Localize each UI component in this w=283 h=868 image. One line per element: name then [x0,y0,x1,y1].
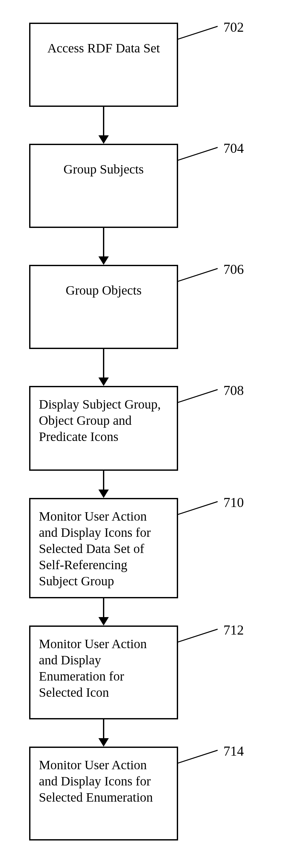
arrow-line [103,107,104,136]
leader-714 [178,750,218,764]
step-text: Monitor User Action and Display Enumerat… [39,637,147,700]
step-text: Monitor User Action and Display Icons fo… [39,757,153,805]
arrow-head-icon [98,256,109,265]
arrow-head-icon [98,135,109,144]
step-label-706: 706 [223,261,244,277]
arrow-line [103,471,104,490]
leader-708 [178,389,218,403]
arrow-line [103,228,104,257]
arrow-head-icon [98,490,109,498]
flowchart: Access RDF Data Set 702 Group Subjects 7… [0,0,283,868]
leader-706 [178,268,218,282]
step-label-710: 710 [223,495,244,510]
step-702: Access RDF Data Set [29,23,178,107]
step-710: Monitor User Action and Display Icons fo… [29,498,178,598]
leader-704 [178,147,218,161]
step-label-714: 714 [223,743,244,759]
arrow-line [103,598,104,618]
step-704: Group Subjects [29,144,178,228]
step-706: Group Objects [29,265,178,349]
step-714: Monitor User Action and Display Icons fo… [29,747,178,840]
arrow-head-icon [98,738,109,747]
arrow-head-icon [98,617,109,625]
leader-710 [178,501,218,515]
leader-702 [178,26,218,40]
arrow-line [103,719,104,739]
step-712: Monitor User Action and Display Enumerat… [29,625,178,719]
step-label-712: 712 [223,622,244,638]
step-text: Group Objects [66,282,142,299]
step-text: Group Subjects [63,161,144,178]
step-label-708: 708 [223,383,244,398]
arrow-line [103,349,104,378]
leader-712 [178,629,218,643]
step-text: Access RDF Data Set [47,40,160,56]
arrow-head-icon [98,377,109,386]
step-text: Monitor User Action and Display Icons fo… [39,509,151,588]
step-label-702: 702 [223,20,244,35]
step-label-704: 704 [223,141,244,156]
step-708: Display Subject Group, Object Group and … [29,386,178,471]
step-text: Display Subject Group, Object Group and … [39,397,161,444]
